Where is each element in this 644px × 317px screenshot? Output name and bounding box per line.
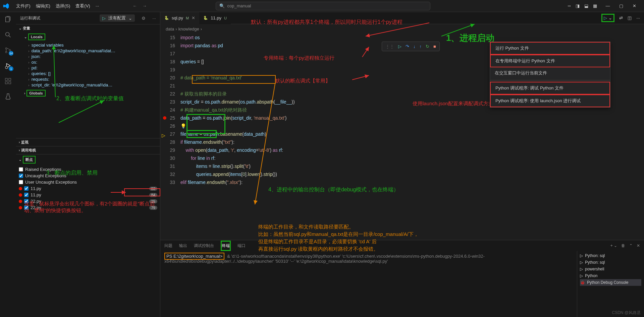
breakpoints-section-header[interactable]: ⌄断点 [16,154,160,165]
step-over-icon[interactable]: ↷ [406,44,409,49]
search-activity-icon[interactable] [3,30,13,40]
variables-section-header[interactable]: ⌄变量 [16,24,160,32]
tab-sql-py[interactable]: 🐍 sql.py M ✕ [160,12,199,24]
panel-maximize-icon[interactable]: ⌃ [629,243,633,248]
svg-rect-7 [9,82,11,84]
title-bar: 文件(F) 编辑(E) 选择(S) 查看(V) ··· ← → 🔍 cop_ma… [0,0,644,12]
variable-row[interactable]: ›special variables [28,42,160,48]
terminal-item[interactable]: ▷Python [580,272,641,279]
layout-icon-4[interactable]: ▦ [593,3,597,8]
variable-row[interactable]: ›pd: [28,65,160,71]
search-icon: 🔍 [219,3,225,8]
locals-header[interactable]: Locals [28,34,45,40]
window-close[interactable]: ✕ [628,1,641,11]
variable-row[interactable]: ›data_path: 'e:\\2gitwork\\cop_manual\\d… [28,48,160,54]
terminal-item[interactable]: ▷powershell [580,266,641,272]
annotation-box [124,188,160,196]
run-button[interactable]: ▷⌄ [601,14,614,22]
more-icon[interactable]: ··· [152,16,156,21]
explorer-icon[interactable] [3,15,13,24]
stop-icon[interactable]: ■ [433,44,436,49]
debug-python-file[interactable]: Python 调试程序: 调试 Python 文件 [490,82,610,94]
panel-tab-terminal[interactable]: 终端 [221,241,231,251]
nav-forward-icon[interactable]: → [142,3,147,8]
svg-point-0 [6,33,9,36]
restart-icon[interactable]: ↻ [426,44,429,49]
variable-row[interactable]: ›os: [28,59,160,65]
close-icon[interactable]: ✕ [192,15,195,20]
annotation-box [186,130,217,138]
menu-select[interactable]: 选择(S) [53,2,73,10]
menu-file[interactable]: 文件(F) [13,2,33,10]
terminal-add-icon[interactable]: + ⌄ [610,243,617,248]
source-control-icon[interactable]: 14 [3,46,13,55]
run-interactive[interactable]: 在交互窗口中运行当前文件 [490,67,610,79]
svg-rect-8 [9,78,11,80]
variable-row[interactable]: ›json: [28,54,160,59]
search-text: cop_manual [227,3,251,8]
drag-handle-icon[interactable]: ⋮⋮ [385,44,394,49]
continue-icon[interactable]: ▷ [398,44,401,49]
globals-header[interactable]: Globals [26,90,45,97]
annotation: 默认：所有py进程都共享1个终端，所以同时只能运行1个py进程 [251,19,402,26]
layout-icon-1[interactable]: ▫▫ [568,3,571,8]
activity-bar: 14 1 [0,12,16,317]
annotation: 使用launch.json配置来调配调式方式 [413,101,493,107]
editor-area: 🐍 sql.py M ✕ 🐍 11.py U ▷⌄ ⇄ ◫ ··· data› … [160,12,644,317]
more-icon[interactable]: ··· [636,15,640,20]
tab-11-py[interactable]: 🐍 11.py U [199,12,231,24]
extensions-icon[interactable] [3,76,13,86]
debug-badge: 1 [9,66,13,71]
gear-icon[interactable]: ⚙ [142,16,146,21]
command-center[interactable]: 🔍 cop_manual [216,2,430,10]
compare-icon[interactable]: ⇄ [619,15,623,20]
menu-view[interactable]: 查看(V) [73,2,93,10]
run-dropdown: 运行 Python 文件 在专用终端中运行 Python 文件 在交互窗口中运行… [490,42,610,108]
variable-row[interactable]: ›requests: [28,76,160,82]
watermark: CSDN @风路丞 [612,310,641,316]
panel-tab-ports[interactable]: 端口 [237,242,246,250]
run-dedicated-terminal[interactable]: 在专用终端中运行 Python 文件 [490,55,610,67]
variable-row[interactable]: ›script_dir: 'e:\\2gitwork\\cop_manual\\… [28,82,160,88]
annotation: 1、进程启动 [446,32,494,44]
variable-row[interactable]: ›queries: [] [28,71,160,76]
bp-user-uncaught-exceptions[interactable]: User Uncaught Exceptions [19,179,157,185]
run-python-file[interactable]: 运行 Python 文件 [490,42,610,55]
chevron-down-icon[interactable]: ⌄ [608,15,612,20]
annotation: 再直接运行sql.py 读取黄框内的相对路径才不会报错。 [258,246,378,252]
terminal-item[interactable]: ▷Python: sql [580,252,641,259]
menu-more[interactable]: ··· [96,3,99,8]
scm-badge: 14 [9,51,13,56]
step-into-icon[interactable]: ↓ [413,44,416,49]
layout-icon-3[interactable]: ⬓ [584,3,588,8]
layout-icon-2[interactable]: ◨ [576,3,580,8]
play-icon: ▷ [102,16,106,21]
terminal-item[interactable]: 🐞Python Debug Console [580,279,641,286]
step-out-icon[interactable]: ↑ [420,44,422,49]
debug-activity-icon[interactable]: 1 [3,61,13,70]
annotation: 默认的断点调式【常用】 [275,78,330,84]
panel-tab-output[interactable]: 输出 [179,242,187,250]
terminal-output[interactable]: PS E:\2gitwork\cop_manual> & 'd:\1-sw\wo… [160,251,577,317]
vscode-logo-icon [3,3,9,9]
chevron-down-icon: ⌄ [128,16,132,21]
split-icon[interactable]: ◫ [628,15,632,20]
debug-launch-json[interactable]: Python 调试程序: 使用 launch.json 进行调试 [490,94,610,107]
callstack-section-header[interactable]: ›调用堆栈 [16,146,160,154]
terminal-trash-icon[interactable]: 🗑 [621,243,625,248]
annotation: 专用终端：每个py进程独立运行 [264,55,334,61]
terminal-item[interactable]: ▷Python: sql [580,259,641,266]
menu-edit[interactable]: 编辑(E) [33,2,53,10]
panel-close-icon[interactable]: ✕ [637,243,640,248]
testing-icon[interactable] [3,92,13,101]
svg-point-2 [5,51,7,53]
window-maximize[interactable]: ▢ [614,1,628,11]
window-minimize[interactable]: — [601,1,614,11]
panel-tab-problems[interactable]: 问题 [164,242,172,250]
annotation: 终端的工作目录，和文件读取路径要匹配。 [258,224,354,230]
run-config-selector[interactable]: ▷ 没有配置 ⌄ [100,14,135,22]
panel-tab-debug-console[interactable]: 调试控制台 [194,242,214,250]
watch-section-header[interactable]: ›监视 [16,138,160,146]
nav-back-icon[interactable]: ← [132,3,137,8]
annotation: 4、进程中的输出控制台（即使debug模式，也在终端） [268,186,399,193]
